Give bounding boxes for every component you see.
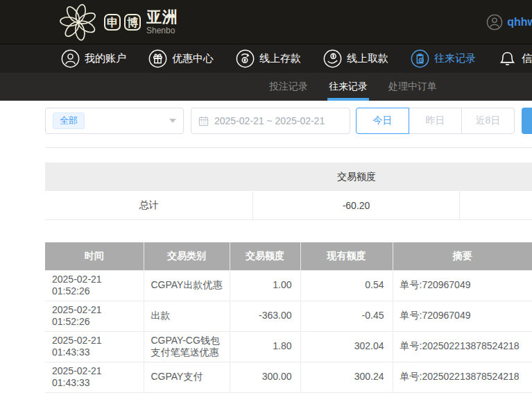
cell-balance: 0.54 [300,270,393,301]
user-icon [61,49,80,68]
nav-label: 往来记录 [434,52,476,65]
nav-item-messages[interactable]: 信 [498,49,532,68]
app-header: 申 博 亚洲 Shenbo qhhw [0,0,532,44]
summary-header-row: 交易额度 [45,162,532,191]
section-divider [45,147,532,148]
nav-label: 优惠中心 [172,52,214,65]
bell-icon [498,49,517,68]
logo-char-1: 申 [104,14,121,31]
flower-logo-icon [58,2,98,42]
logo-characters: 申 博 [104,14,141,31]
cell-time: 2025-02-21 01:52:26 [45,270,144,301]
logo-region-text: 亚洲 [146,10,178,25]
tab-label: 往来记录 [329,81,368,93]
cell-type: CGPAY支付 [144,362,230,392]
selected-type-tag[interactable]: 全部 [53,112,85,129]
chevron-down-icon [169,119,176,123]
cell-type: 出款 [144,301,230,331]
type-select[interactable]: 全部 [45,108,184,134]
date-range-value: 2025-02-21 ~ 2025-02-21 [214,115,325,126]
nav-label: 线上取款 [347,52,388,65]
cell-amount: 1.00 [230,270,300,301]
cell-amount: 300.00 [230,362,300,392]
nav-item-my-account[interactable]: 我的账户 [61,49,126,68]
cell-amount: -363.00 [230,301,300,331]
gift-icon [148,49,167,68]
nav-label: 信 [522,52,532,65]
cell-time: 2025-02-21 01:43:33 [45,362,144,392]
cell-balance: 302.04 [300,331,393,362]
avatar-icon [486,14,503,31]
nav-item-deposit[interactable]: 线上存款 [236,49,301,68]
tab-pending-orders[interactable]: 处理中订单 [388,73,437,101]
table-row: 2025-02-21 01:43:33 CGPAY支付 300.00 300.2… [45,362,532,392]
col-header-amount: 交易额度 [230,242,300,270]
brand-logo[interactable]: 申 博 亚洲 Shenbo [58,2,178,42]
tab-transaction-records[interactable]: 往来记录 [329,73,368,101]
col-header-time: 时间 [45,242,144,270]
cell-amount: 1.80 [230,331,300,362]
account-chip[interactable]: qhhw [486,14,532,31]
col-header-summary: 摘要 [393,242,532,270]
sub-nav: 投注记录 往来记录 处理中订单 [0,73,532,101]
date-range-input[interactable]: 2025-02-21 ~ 2025-02-21 [191,108,350,134]
tab-label: 投注记录 [269,81,308,93]
summary-empty-cell [460,191,532,219]
summary-total-label: 总计 [45,191,253,219]
nav-label: 我的账户 [85,52,126,65]
summary-table: 交易额度 总计 -60.20 [45,162,532,220]
cell-type: CGPAY出款优惠 [144,270,230,301]
summary-amount-header: 交易额度 [253,171,460,183]
cell-summary: 单号:202502213878524218 [393,362,532,392]
cell-summary: 单号:202502213878524218 [393,331,532,362]
nav-item-withdraw[interactable]: 线上取款 [323,49,388,68]
logo-char-2: 博 [124,14,141,31]
col-header-balance: 现有额度 [300,242,393,270]
transactions-table: 时间 交易类别 交易额度 现有额度 摘要 2025-02-21 01:52:26… [45,242,532,393]
quick-date-buttons: 今日 昨日 近8日 [356,108,515,134]
tab-bet-records[interactable]: 投注记录 [269,73,308,101]
table-row: 2025-02-21 01:43:33 CGPAY-CG钱包支付笔笔送优惠 1.… [45,331,532,362]
cell-balance: -0.45 [300,301,393,331]
nav-item-promotions[interactable]: 优惠中心 [148,49,214,68]
withdraw-icon [323,49,342,68]
username-text: qhhw [507,16,532,28]
filter-bar: 全部 2025-02-21 ~ 2025-02-21 今日 昨日 近8日 [45,108,532,134]
cell-summary: 单号:720967049 [393,301,532,331]
cell-type: CGPAY-CG钱包支付笔笔送优惠 [144,331,230,362]
main-nav: 我的账户 优惠中心 线上存款 [0,44,532,73]
nav-item-transactions[interactable]: 往来记录 [411,49,476,68]
nav-label: 线上存款 [259,52,301,65]
records-icon [411,49,429,68]
calendar-icon [198,116,209,126]
yesterday-button[interactable]: 昨日 [409,108,462,134]
cell-balance: 300.24 [300,362,393,392]
table-row: 2025-02-21 01:52:26 出款 -363.00 -0.45 单号:… [45,301,532,331]
col-header-type: 交易类别 [144,242,230,270]
table-row: 2025-02-21 01:52:26 CGPAY出款优惠 1.00 0.54 … [45,270,532,301]
query-button[interactable] [522,108,532,134]
logo-subtitle: Shenbo [146,26,178,35]
cell-time: 2025-02-21 01:43:33 [45,331,144,362]
last-8-days-button[interactable]: 近8日 [461,108,515,134]
today-button[interactable]: 今日 [356,108,409,134]
summary-total-row: 总计 -60.20 [45,191,532,220]
tab-label: 处理中订单 [388,81,437,93]
cell-summary: 单号:720967049 [393,270,532,301]
table-header-row: 时间 交易类别 交易额度 现有额度 摘要 [45,242,532,270]
summary-total-value: -60.20 [253,191,460,219]
deposit-icon [236,49,255,68]
cell-time: 2025-02-21 01:52:26 [45,301,144,331]
